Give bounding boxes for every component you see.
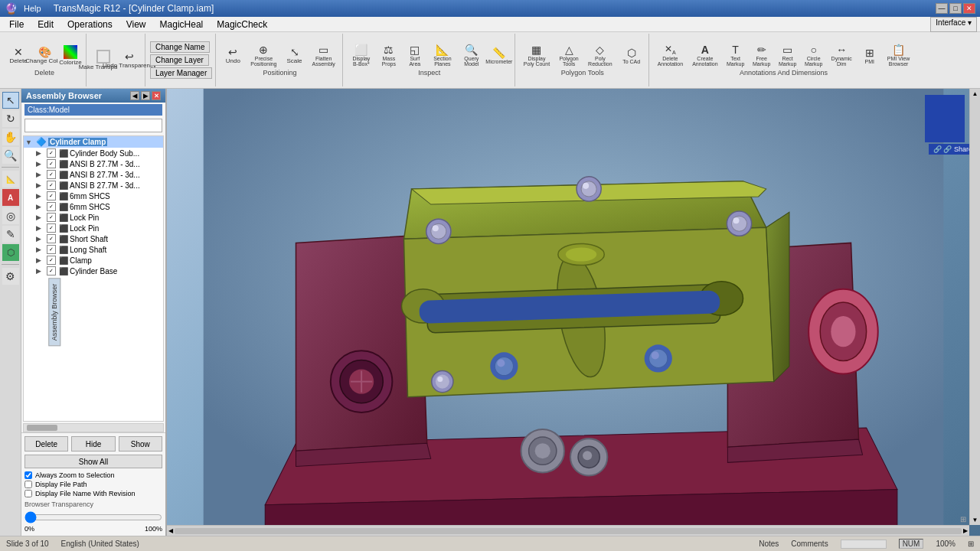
pan-tool[interactable]: ✋ [2,129,19,145]
rotate-tool[interactable]: ↻ [2,110,19,127]
minimize-button[interactable]: — [936,3,948,14]
delete-browser-button[interactable]: Delete [24,436,68,452]
tree-item-ansi2[interactable]: ▶ ✓ ⬛ ANSI B 27.7M - 3d... [24,169,163,180]
tree-item-lockpin1[interactable]: ▶ ✓ ⬛ Lock Pin [24,212,163,223]
checkbox-cylinder-body[interactable]: ✓ [47,148,56,158]
circle-markup-button[interactable]: ○ CircleMarkup [802,44,826,67]
hscroll-left[interactable]: ◀ [168,527,173,534]
polygon-tools-button[interactable]: △ PolygonTools [555,44,583,67]
to-cad-button[interactable]: ⬡ To CAd [618,44,645,67]
menu-operations[interactable]: Operations [61,18,119,31]
delete-annotation-button[interactable]: ✕A DeleteAnnotation [654,44,687,67]
tree-item-ansi1[interactable]: ▶ ✓ ⬛ ANSI B 27.7M - 3d... [24,158,163,169]
micrometer-button[interactable]: 📏 Micrometer [487,44,511,67]
checkbox-cylinder-base[interactable]: ✓ [47,266,56,276]
display-filename-checkbox[interactable] [24,490,32,497]
tree-item-long-shaft[interactable]: ▶ ✓ ⬛ Long Shaft [24,244,163,255]
search-input[interactable] [25,122,162,130]
menu-magicheal[interactable]: MagicHeal [154,18,210,31]
display-filepath-checkbox[interactable] [24,481,32,488]
panel-right-btn[interactable]: ▶ [141,91,150,100]
menu-file[interactable]: File [3,18,30,31]
checkbox-6mm1[interactable]: ✓ [47,191,56,201]
transparency-slider[interactable] [24,511,162,523]
tree-item-lockpin2[interactable]: ▶ ✓ ⬛ Lock Pin [24,223,163,233]
menu-view[interactable]: View [120,18,152,31]
always-zoom-checkbox[interactable] [24,471,32,479]
tree-scrollbar-h[interactable] [23,423,164,432]
rect-markup-button[interactable]: ▭ RectMarkup [776,44,800,67]
display-bbox-button[interactable]: ⬜ DisplayB-Box* [348,44,375,67]
change-name-button[interactable]: Change Name [150,41,210,53]
select-tool[interactable]: ↖ [2,92,19,109]
menu-magiccheck[interactable]: MagicCheck [211,18,273,31]
settings-tool[interactable]: ⚙ [2,268,19,285]
section-planes-button[interactable]: 📐 SectionPlanes [429,44,456,67]
viewport-hscroll[interactable]: ◀ ▶ [167,525,969,536]
poly-reduction-button[interactable]: ◇ PolyReduction [584,44,616,67]
flatten-assembly-button[interactable]: ▭ FlattenAssembly [309,44,339,67]
viewport[interactable]: 🔗 🔗 Share ▲ ▼ ◀ ▶ ⊞ [167,89,980,536]
hscroll-right[interactable]: ▶ [963,527,968,534]
pmi-button[interactable]: ⊞ PMI [858,44,882,67]
tree-item-cylinder-base[interactable]: ▶ ✓ ⬛ Cylinder Base [24,266,163,276]
panel-left-btn[interactable]: ◀ [130,91,139,100]
panel-close-btn[interactable]: ✕ [152,91,161,100]
hide-button[interactable]: Hide [71,436,115,452]
close-button[interactable]: ✕ [963,3,975,14]
dynamic-dim-button[interactable]: ↔ DynamicDim [828,44,856,67]
annot4-tool[interactable]: ⬡ [2,244,19,261]
vscroll-up[interactable]: ▲ [972,90,978,97]
assembly-browser-tab[interactable]: Assembly Browser [48,279,60,347]
show-button[interactable]: Show [119,436,162,452]
scale-button[interactable]: ⤡ Scale [283,44,307,67]
menu-edit[interactable]: Edit [31,18,60,31]
checkbox-ansi3[interactable]: ✓ [47,181,56,190]
zoom-icon[interactable]: ⊞ [968,540,974,548]
checkbox-lockpin2[interactable]: ✓ [47,223,56,233]
text-markup-button[interactable]: T TextMarkup [724,44,748,67]
checkbox-ansi2[interactable]: ✓ [47,170,56,179]
checkbox-long-shaft[interactable]: ✓ [47,245,56,254]
comments-status[interactable]: Comments [791,540,828,548]
annot3-tool[interactable]: ✎ [2,226,19,243]
zoom-slider[interactable] [841,540,887,549]
tree-item-6mm2[interactable]: ▶ ✓ ⬛ 6mm SHCS [24,201,163,212]
precise-positioning-button[interactable]: ⊕ PrecisePositioning [247,44,280,67]
query-model-button[interactable]: 🔍 QueryModel [458,44,485,67]
checkbox-lockpin1[interactable]: ✓ [47,213,56,222]
expand-icon-2[interactable]: ▶ [36,149,45,157]
checkbox-6mm2[interactable]: ✓ [47,202,56,211]
interface-dropdown[interactable]: Interface ▾ [930,17,977,32]
annot2-tool[interactable]: ◎ [2,207,19,224]
tree-item-cylinder-body[interactable]: ▶ ✓ ⬛ Cylinder Body Sub... [24,148,163,158]
layer-manager-button[interactable]: Layer Manager [150,67,212,79]
tree-item-short-shaft[interactable]: ▶ ✓ ⬛ Short Shaft [24,233,163,244]
notes-status[interactable]: Notes [759,540,779,548]
pmi-view-browser-button[interactable]: 📋 PMI ViewBrowser [884,44,913,67]
vscroll-down[interactable]: ▼ [972,517,978,523]
show-all-button[interactable]: Show All [24,455,162,468]
undo-button[interactable]: ↩ Undo [220,44,245,67]
checkbox-clamp[interactable]: ✓ [47,256,56,265]
tree-item-clamp[interactable]: ▶ ✓ ⬛ Clamp [24,255,163,266]
checkbox-short-shaft[interactable]: ✓ [47,234,56,243]
zoom-tool[interactable]: 🔍 [2,147,19,164]
help-menu[interactable]: Help [21,4,44,13]
mass-props-button[interactable]: ⚖ MassProps [377,44,401,67]
tree-item-ansi3[interactable]: ▶ ✓ ⬛ ANSI B 27.7M - 3d... [24,180,163,191]
annot1-tool[interactable]: A [2,189,19,206]
display-poly-count-button[interactable]: ▦ DisplayPoly Count [520,44,554,67]
checkbox-ansi1[interactable]: ✓ [47,159,56,168]
tree-item-6mm1[interactable]: ▶ ✓ ⬛ 6mm SHCS [24,191,163,201]
measure-tool[interactable]: 📐 [2,171,19,187]
free-markup-button[interactable]: ✏ FreeMarkup [750,44,774,67]
maximize-button[interactable]: □ [949,3,962,14]
tree-item-cylinder-clamp[interactable]: ▼ 🔷 Cylinder Clamp [24,136,163,148]
undo-transparency-button[interactable]: ↩ Undo Transparency [117,49,142,72]
expand-icon[interactable]: ▼ [25,139,34,146]
change-layer-button[interactable]: Change Layer [150,54,209,66]
create-annotation-button[interactable]: A CreateAnnotation [688,44,721,67]
change-color-button[interactable]: 🎨 Change Color [32,44,57,67]
surf-area-button[interactable]: ◱ SurfArea [403,44,427,67]
